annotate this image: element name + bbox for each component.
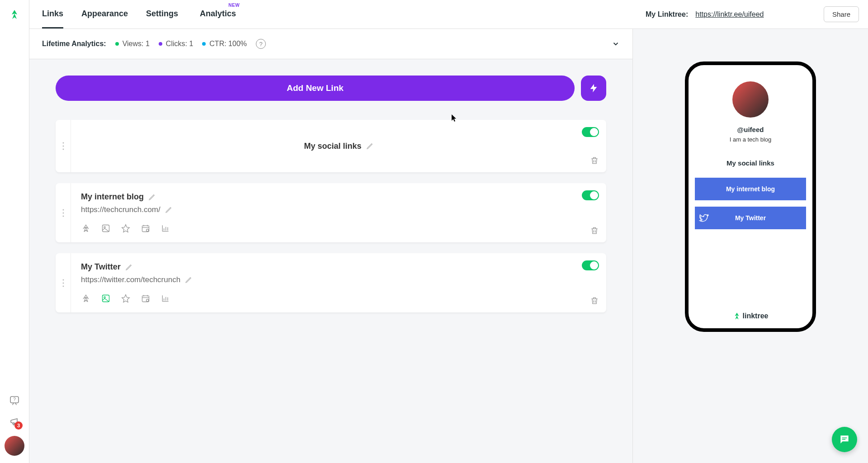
twitter-icon xyxy=(698,212,710,224)
preview-avatar xyxy=(732,81,769,118)
edit-pencil-icon[interactable] xyxy=(125,264,132,271)
delete-icon[interactable] xyxy=(590,156,599,165)
link-analytics-icon[interactable] xyxy=(160,293,170,303)
svg-point-11 xyxy=(146,229,149,232)
drag-handle-icon[interactable] xyxy=(56,253,71,312)
share-button[interactable]: Share xyxy=(824,6,859,22)
thumbnail-icon[interactable] xyxy=(101,223,111,233)
priority-icon[interactable] xyxy=(121,223,131,233)
notification-badge: 3 xyxy=(14,421,23,430)
preview-footer: linktree xyxy=(733,312,769,320)
header-section-card: My social links xyxy=(56,120,606,172)
chevron-down-icon[interactable] xyxy=(612,40,620,48)
phone-preview: @uifeed I am a tech blog My social links… xyxy=(685,61,816,332)
analytics-bar: Lifetime Analytics: Views: 1 Clicks: 1 C… xyxy=(29,29,632,59)
user-avatar[interactable] xyxy=(5,436,24,456)
svg-point-12 xyxy=(62,279,64,280)
svg-point-6 xyxy=(62,212,64,213)
svg-text:?: ? xyxy=(13,397,16,402)
edit-pencil-icon[interactable] xyxy=(148,194,156,201)
left-sidebar: ? 3 xyxy=(0,0,29,463)
link-card: My internet blog https://techcrunch.com/ xyxy=(56,183,606,242)
svg-point-14 xyxy=(62,285,64,287)
link-analytics-icon[interactable] xyxy=(160,223,170,233)
delete-icon[interactable] xyxy=(590,296,599,305)
help-icon[interactable]: ? xyxy=(8,394,21,407)
leap-link-icon[interactable] xyxy=(81,223,91,233)
tab-analytics[interactable]: NEW Analytics xyxy=(196,0,236,28)
preview-area: @uifeed I am a tech blog My social links… xyxy=(633,29,868,463)
svg-point-9 xyxy=(104,227,105,228)
svg-point-5 xyxy=(62,209,64,210)
section-title: My social links xyxy=(304,142,361,151)
section-toggle[interactable] xyxy=(582,127,599,137)
edit-pencil-icon[interactable] xyxy=(165,206,172,213)
topbar-right: My Linktree: https://linktr.ee/uifeed Sh… xyxy=(633,0,868,29)
tab-settings[interactable]: Settings xyxy=(146,0,178,28)
edit-pencil-icon[interactable] xyxy=(366,142,373,150)
priority-icon[interactable] xyxy=(121,293,131,303)
drag-handle-icon[interactable] xyxy=(56,120,71,172)
link-url: https://twitter.com/techcrunch xyxy=(81,275,180,284)
main-tabs: Links Appearance Settings NEW Analytics xyxy=(29,0,633,29)
analytics-help-icon[interactable]: ? xyxy=(256,39,266,49)
svg-rect-10 xyxy=(142,226,149,232)
preview-bio: I am a tech blog xyxy=(730,136,772,143)
preview-handle: @uifeed xyxy=(737,126,764,133)
schedule-icon[interactable] xyxy=(141,223,151,233)
link-card: My Twitter https://twitter.com/techcrunc… xyxy=(56,253,606,312)
svg-point-7 xyxy=(62,215,64,217)
svg-rect-20 xyxy=(842,439,846,440)
delete-icon[interactable] xyxy=(590,226,599,235)
logo-icon[interactable] xyxy=(9,9,20,20)
schedule-icon[interactable] xyxy=(141,293,151,303)
tab-appearance[interactable]: Appearance xyxy=(81,0,128,28)
my-linktree-url[interactable]: https://linktr.ee/uifeed xyxy=(695,10,764,19)
link-toggle[interactable] xyxy=(582,190,599,200)
svg-point-4 xyxy=(62,149,64,150)
clicks-stat: Clicks: 1 xyxy=(159,40,193,48)
svg-rect-19 xyxy=(842,438,847,439)
new-badge: NEW xyxy=(228,3,240,8)
svg-rect-17 xyxy=(142,296,149,302)
announcements-icon[interactable]: 3 xyxy=(8,415,21,428)
chat-fab[interactable] xyxy=(832,427,857,452)
views-stat: Views: 1 xyxy=(115,40,150,48)
my-linktree-label: My Linktree: xyxy=(646,10,688,19)
drag-handle-icon[interactable] xyxy=(56,183,71,242)
analytics-label: Lifetime Analytics: xyxy=(42,40,106,48)
link-toggle[interactable] xyxy=(582,260,599,270)
add-new-link-button[interactable]: Add New Link xyxy=(56,76,575,101)
link-url: https://techcrunch.com/ xyxy=(81,205,160,214)
edit-pencil-icon[interactable] xyxy=(185,276,192,283)
link-title: My Twitter xyxy=(81,262,121,272)
preview-section-title: My social links xyxy=(726,159,774,167)
ctr-stat: CTR: 100% xyxy=(202,40,247,48)
preview-link[interactable]: My Twitter xyxy=(695,207,806,229)
quick-link-button[interactable] xyxy=(581,76,606,101)
svg-point-13 xyxy=(62,282,64,283)
svg-point-3 xyxy=(62,146,64,147)
tab-links[interactable]: Links xyxy=(42,0,63,28)
leap-link-icon[interactable] xyxy=(81,293,91,303)
preview-link[interactable]: My internet blog xyxy=(695,178,806,200)
svg-point-18 xyxy=(146,299,149,302)
svg-point-16 xyxy=(104,297,105,298)
thumbnail-icon[interactable] xyxy=(101,293,111,303)
link-title: My internet blog xyxy=(81,192,144,202)
svg-point-2 xyxy=(62,142,64,144)
